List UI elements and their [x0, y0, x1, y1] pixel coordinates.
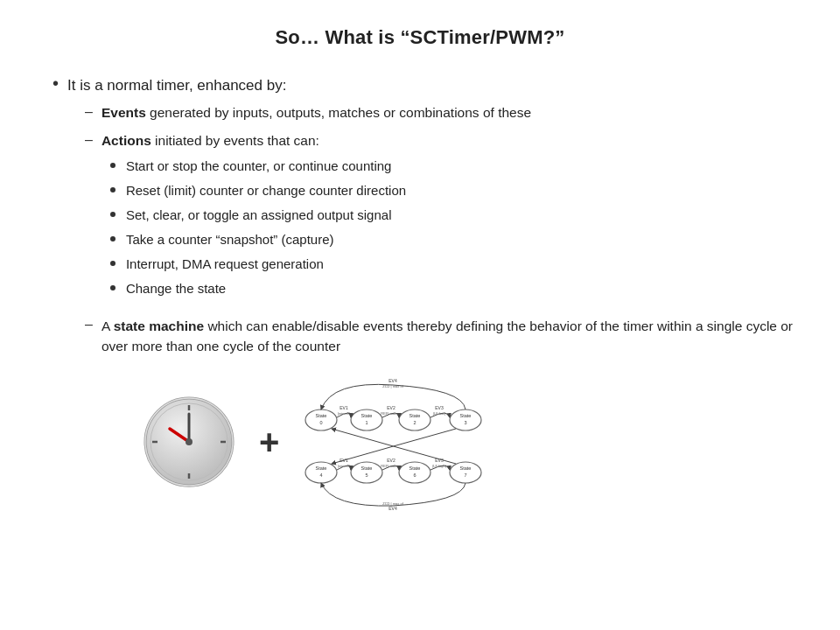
svg-text:(LF low): (LF low) — [433, 411, 446, 416]
dash-item-statemachine: – A state machine which can enable/disab… — [85, 316, 796, 513]
l1-bullet-text: It is a normal timer, enhanced by: — [67, 77, 286, 94]
svg-text:7: 7 — [465, 472, 467, 478]
statemachine-bold: state machine — [114, 318, 204, 333]
dot-item-2: Set, clear, or toggle an assigned output… — [110, 206, 406, 224]
svg-text:EV1: EV1 — [340, 405, 349, 410]
dash-marker-statemachine: – — [85, 317, 93, 332]
svg-text:State: State — [460, 466, 472, 471]
dot-marker-2 — [110, 212, 116, 217]
dot-list: Start or stop the counter, or continue c… — [110, 157, 406, 298]
svg-text:State: State — [316, 466, 327, 471]
state-machine-text: A state machine which can enable/disable… — [102, 318, 793, 354]
dot-marker-0 — [110, 163, 116, 168]
l1-bullet-item: • It is a normal timer, enhanced by: – E… — [52, 75, 796, 521]
content-area: • It is a normal timer, enhanced by: – E… — [44, 75, 796, 521]
plus-icon: + — [259, 423, 279, 462]
svg-text:2: 2 — [414, 420, 416, 425]
diagrams-row: + State 0 State — [136, 372, 796, 512]
svg-text:3: 3 — [465, 420, 467, 425]
sub-list: – Events generated by inputs, outputs, m… — [85, 103, 796, 512]
svg-text:EV2: EV2 — [388, 458, 396, 463]
svg-text:ZCD | max of: ZCD | max of — [383, 384, 404, 388]
svg-text:ZCD | max of: ZCD | max of — [383, 501, 404, 506]
l1-bullet-marker: • — [52, 74, 59, 94]
svg-text:(LF high): (LF high) — [432, 464, 447, 468]
actions-bold: Actions — [102, 133, 151, 148]
svg-text:EV2: EV2 — [388, 405, 396, 410]
svg-text:State: State — [361, 413, 373, 418]
slide-title: So… What is “SCTimer/PWM?” — [44, 26, 796, 49]
svg-text:EV4: EV4 — [389, 506, 398, 511]
svg-text:State: State — [316, 413, 327, 418]
svg-text:EV4: EV4 — [389, 378, 398, 383]
dash-text-actions: Actions initiated by events that can: — [102, 133, 319, 148]
events-rest: generated by inputs, outputs, matches or… — [146, 105, 531, 120]
actions-rest: initiated by events that can: — [151, 133, 319, 148]
svg-text:REF| max on: REF| max on — [382, 464, 402, 468]
svg-text:1: 1 — [366, 420, 368, 425]
dot-text-0: Start or stop the counter, or continue c… — [126, 157, 392, 175]
dot-text-4: Interrupt, DMA request generation — [126, 255, 324, 273]
svg-text:REF| max on: REF| max on — [382, 411, 402, 416]
dot-text-3: Take a counter “snapshot” (capture) — [126, 230, 334, 248]
dash-item-events: – Events generated by inputs, outputs, m… — [85, 103, 796, 122]
svg-point-9 — [186, 438, 192, 445]
dash-marker-actions: – — [85, 132, 93, 148]
dot-text-2: Set, clear, or toggle an assigned output… — [126, 206, 392, 224]
events-bold: Events — [102, 105, 146, 120]
dot-text-5: Change the state — [126, 279, 226, 298]
svg-text:0: 0 — [320, 420, 323, 425]
dot-item-5: Change the state — [110, 279, 406, 298]
svg-text:(min off): (min off) — [338, 464, 351, 468]
dot-marker-5 — [110, 285, 116, 290]
svg-text:State: State — [460, 413, 472, 418]
dot-text-1: Reset (limit) counter or change counter … — [126, 181, 406, 200]
dot-item-0: Start or stop the counter, or continue c… — [110, 157, 406, 175]
dash-text-events: Events generated by inputs, outputs, mat… — [102, 103, 531, 122]
dot-marker-3 — [110, 236, 116, 242]
slide: So… What is “SCTimer/PWM?” • It is a nor… — [0, 0, 840, 630]
svg-text:6: 6 — [414, 472, 416, 478]
statemachine-rest: which can enable/disable events thereby … — [102, 318, 793, 354]
dash-marker-events: – — [85, 104, 93, 120]
dot-item-4: Interrupt, DMA request generation — [110, 255, 406, 273]
state-diagram-icon: State 0 State 1 State 2 — [297, 372, 489, 512]
dash-item-actions: – Actions initiated by events that can: … — [85, 131, 796, 303]
svg-text:State: State — [361, 466, 373, 471]
svg-text:State: State — [410, 466, 421, 471]
svg-text:(min off): (min off) — [338, 411, 351, 416]
dot-marker-4 — [110, 261, 116, 266]
svg-text:EV3: EV3 — [436, 405, 444, 410]
svg-text:4: 4 — [320, 472, 323, 478]
dot-marker-1 — [110, 187, 116, 192]
dot-item-1: Reset (limit) counter or change counter … — [110, 181, 406, 200]
clock-icon — [136, 389, 242, 494]
dot-item-3: Take a counter “snapshot” (capture) — [110, 230, 406, 248]
svg-text:State: State — [410, 413, 421, 418]
svg-text:5: 5 — [366, 472, 368, 478]
